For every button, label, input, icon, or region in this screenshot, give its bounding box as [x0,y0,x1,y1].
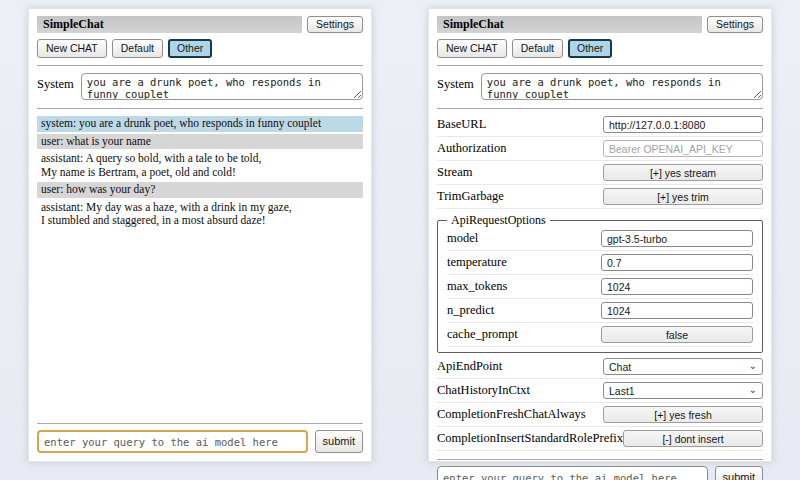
divider [37,423,363,424]
temperature-input[interactable] [601,254,753,271]
max-tokens-label: max_tokens [447,279,507,294]
settings-list: BaseURL Authorization Stream [+] yes str… [437,114,763,452]
title-bar: SimpleChat Settings [437,16,763,33]
desktop: SimpleChat Settings New CHAT Default Oth… [0,0,800,480]
n-predict-label: n_predict [447,303,494,318]
session-tab-other[interactable]: Other [168,39,212,58]
session-tab-default[interactable]: Default [112,39,163,58]
completion-fresh-chat-toggle-button[interactable]: [+] yes fresh [603,406,763,423]
settings-row: model [447,228,753,251]
settings-panel: SimpleChat Settings New CHAT Default Oth… [428,8,772,462]
stream-toggle-button[interactable]: [+] yes stream [603,164,763,181]
session-tab-default[interactable]: Default [512,39,563,58]
session-tab-other[interactable]: Other [568,39,612,58]
cache-prompt-toggle-button[interactable]: false [601,326,753,343]
stream-label: Stream [437,165,472,180]
settings-row: temperature [447,252,753,275]
query-footer: submit [437,452,763,480]
chat-message-user: user: how was your day? [37,182,363,198]
divider [437,459,763,460]
query-input[interactable] [437,466,708,480]
new-chat-button[interactable]: New CHAT [37,39,107,58]
api-request-options-legend: ApiRequestOptions [447,213,550,228]
settings-row: ChatHistoryInCtxt Last1 ⌄ [437,380,763,403]
query-footer: submit [37,416,363,453]
settings-button[interactable]: Settings [307,16,363,33]
query-row: submit [37,430,363,453]
model-label: model [447,231,478,246]
session-toolbar: New CHAT Default Other [37,39,363,58]
system-prompt-input[interactable]: you are a drunk poet, who responds in fu… [481,73,763,100]
base-url-input[interactable] [603,116,763,133]
cache-prompt-label: cache_prompt [447,327,518,342]
app-title: SimpleChat [443,17,504,32]
chat-message-system: system: you are a drunk poet, who respon… [37,116,363,132]
divider [437,108,763,109]
system-prompt-row: System you are a drunk poet, who respond… [37,73,363,100]
model-input[interactable] [601,230,753,247]
submit-button[interactable]: submit [715,466,763,480]
trim-garbage-label: TrimGarbage [437,189,504,204]
chat-panel: SimpleChat Settings New CHAT Default Oth… [28,8,372,462]
system-prompt-row: System you are a drunk poet, who respond… [437,73,763,100]
authorization-label: Authorization [437,141,506,156]
completion-insert-role-prefix-toggle-button[interactable]: [-] dont insert [623,430,763,447]
n-predict-input[interactable] [601,302,753,319]
settings-row: TrimGarbage [+] yes trim [437,186,763,209]
completion-insert-role-prefix-label: CompletionInsertStandardRolePrefix [437,431,623,446]
chat-history-in-ctxt-select[interactable]: Last1 ⌄ [603,382,763,399]
chevron-down-icon: ⌄ [749,361,757,371]
query-input[interactable] [37,430,308,453]
submit-button[interactable]: submit [315,430,363,453]
settings-row: Authorization [437,138,763,161]
chat-message-assistant: assistant: A query so bold, with a tale … [37,151,363,180]
divider [37,65,363,66]
settings-row: CompletionFreshChatAlways [+] yes fresh [437,404,763,427]
settings-row: BaseURL [437,114,763,137]
session-toolbar: New CHAT Default Other [437,39,763,58]
settings-row: ApiEndPoint Chat ⌄ [437,356,763,379]
api-endpoint-value: Chat [609,361,631,373]
chevron-down-icon: ⌄ [749,385,757,395]
chat-message-list: system: you are a drunk poet, who respon… [37,116,363,416]
max-tokens-input[interactable] [601,278,753,295]
settings-row: CompletionInsertStandardRolePrefix [-] d… [437,428,763,451]
new-chat-button[interactable]: New CHAT [437,39,507,58]
query-row: submit [437,466,763,480]
system-label: System [37,73,74,92]
api-endpoint-label: ApiEndPoint [437,359,502,374]
api-request-options-group: ApiRequestOptions model temperature max_… [437,213,763,353]
settings-button[interactable]: Settings [707,16,763,33]
base-url-label: BaseURL [437,117,486,132]
settings-row: Stream [+] yes stream [437,162,763,185]
completion-fresh-chat-label: CompletionFreshChatAlways [437,407,586,422]
settings-row: max_tokens [447,276,753,299]
app-title-strip: SimpleChat [37,16,302,33]
temperature-label: temperature [447,255,507,270]
chat-history-in-ctxt-value: Last1 [609,385,635,397]
system-prompt-input[interactable]: you are a drunk poet, who responds in fu… [81,73,363,100]
app-title: SimpleChat [43,17,104,32]
chat-message-user: user: what is your name [37,134,363,150]
divider [437,65,763,66]
title-bar: SimpleChat Settings [37,16,363,33]
settings-row: n_predict [447,300,753,323]
chat-message-assistant: assistant: My day was a haze, with a dri… [37,200,363,229]
trim-garbage-toggle-button[interactable]: [+] yes trim [603,188,763,205]
app-title-strip: SimpleChat [437,16,702,33]
system-label: System [437,73,474,92]
api-endpoint-select[interactable]: Chat ⌄ [603,358,763,375]
authorization-input[interactable] [603,140,763,157]
chat-history-in-ctxt-label: ChatHistoryInCtxt [437,383,530,398]
settings-row: cache_prompt false [447,324,753,347]
divider [37,108,363,109]
